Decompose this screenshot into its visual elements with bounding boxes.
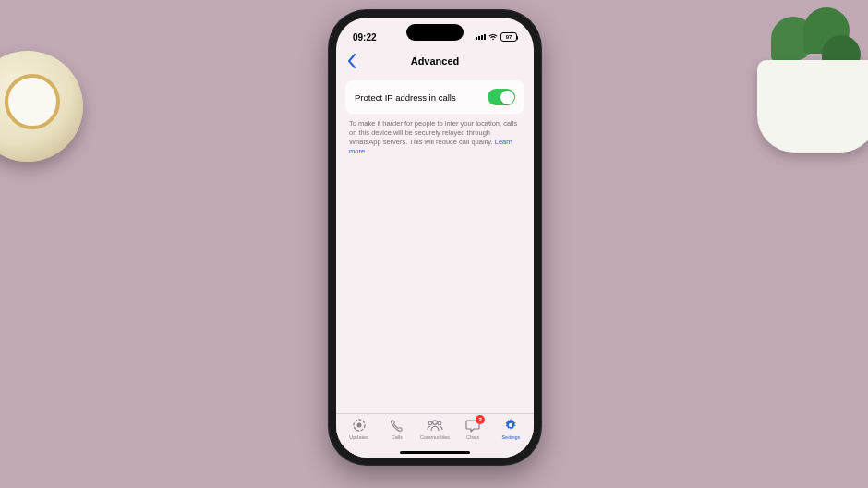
toggle-thumb xyxy=(500,91,514,104)
status-time: 09:22 xyxy=(353,32,377,43)
page-title: Advanced xyxy=(411,55,460,67)
back-button[interactable] xyxy=(347,54,356,68)
tab-communities-label: Communities xyxy=(420,434,450,440)
protect-ip-toggle[interactable] xyxy=(488,89,515,105)
tab-updates[interactable]: Updates xyxy=(342,417,377,440)
plant-prop xyxy=(739,0,868,152)
svg-point-6 xyxy=(509,423,512,427)
phone-device: 09:22 97 Advanced Protect IP address in … xyxy=(328,9,542,466)
phone-screen: 09:22 97 Advanced Protect IP address in … xyxy=(336,18,534,458)
settings-icon xyxy=(502,417,519,433)
protect-ip-label: Protect IP address in calls xyxy=(355,92,456,103)
svg-point-4 xyxy=(438,421,441,425)
nav-header: Advanced xyxy=(336,47,534,75)
tab-calls[interactable]: Calls xyxy=(380,417,415,440)
protect-ip-setting-row: Protect IP address in calls xyxy=(345,80,524,114)
home-indicator[interactable] xyxy=(400,451,470,454)
svg-point-1 xyxy=(356,423,361,428)
desk-clock-prop xyxy=(0,51,83,162)
svg-point-3 xyxy=(428,421,432,425)
tab-calls-label: Calls xyxy=(392,434,403,440)
cellular-signal-icon xyxy=(476,34,486,40)
tab-communities[interactable]: Communities xyxy=(417,417,452,440)
svg-point-2 xyxy=(433,421,438,425)
communities-icon xyxy=(427,417,443,433)
tab-settings-label: Settings xyxy=(501,434,520,440)
updates-icon xyxy=(351,417,368,433)
calls-icon xyxy=(389,417,405,433)
description-text: To make it harder for people to infer yo… xyxy=(349,119,517,146)
tab-chats[interactable]: 2 Chats xyxy=(455,417,490,440)
battery-indicator: 97 xyxy=(500,32,517,42)
chevron-left-icon xyxy=(347,54,356,68)
battery-level: 97 xyxy=(506,34,512,40)
chats-badge: 2 xyxy=(476,415,485,424)
dynamic-island xyxy=(406,24,464,41)
status-indicators: 97 xyxy=(476,32,517,42)
content-area: Protect IP address in calls To make it h… xyxy=(336,75,534,413)
wifi-icon xyxy=(488,33,498,41)
tab-updates-label: Updates xyxy=(349,434,368,440)
tab-settings[interactable]: Settings xyxy=(493,417,528,440)
setting-description: To make it harder for people to infer yo… xyxy=(345,114,524,157)
tab-chats-label: Chats xyxy=(466,434,479,440)
clock-face xyxy=(5,74,60,129)
chats-icon: 2 xyxy=(464,417,481,433)
